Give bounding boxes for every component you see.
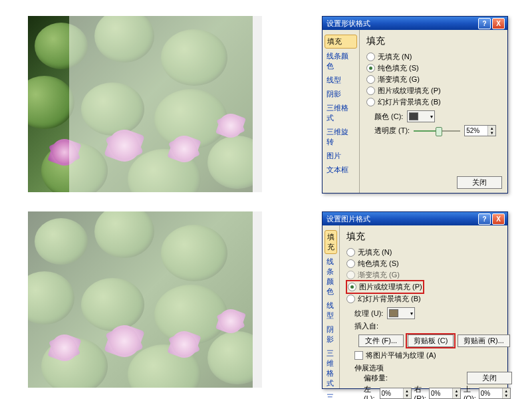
chevron-down-icon: ▾ <box>410 311 413 317</box>
sidebar-item-shadow[interactable]: 阴影 <box>323 87 359 101</box>
sidebar-item-3dformat[interactable]: 三维格式 <box>323 101 359 125</box>
offset-left[interactable]: ▲▼ <box>380 388 412 399</box>
offset-top[interactable]: ▲▼ <box>479 388 511 399</box>
color-picker[interactable]: ▾ <box>407 110 435 122</box>
sidebar-item-3drotation[interactable]: 三维旋转 <box>323 390 339 399</box>
dialog-title: 设置形状格式 <box>325 19 477 29</box>
sidebar-item-textbox[interactable]: 文本框 <box>323 163 359 177</box>
texture-swatch-icon <box>389 309 398 317</box>
radio-no-fill[interactable] <box>346 248 355 257</box>
fill-panel: 填充 无填充 (N) 纯色填充 (S) 渐变填充 (G) 图片或纹理填充 (P)… <box>340 225 517 388</box>
sidebar-item-3dformat[interactable]: 三维格式 <box>323 346 339 390</box>
radio-slidebg-fill[interactable] <box>366 98 375 106</box>
dialog-title: 设置图片格式 <box>325 214 477 224</box>
close-button[interactable]: 关闭 <box>467 372 512 384</box>
color-swatch-icon <box>409 112 418 120</box>
dialog-sidebar: 填充 线条颜色 线型 阴影 三维格式 三维旋转 图片 文本框 <box>323 225 340 388</box>
color-label: 颜色 (C): <box>374 112 403 122</box>
file-button[interactable]: 文件 (F)... <box>358 334 404 347</box>
dialog-sidebar: 填充 线条颜色 线型 阴影 三维格式 三维旋转 图片 文本框 <box>323 30 360 193</box>
transparency-label: 透明度 (T): <box>374 126 410 136</box>
semi-transparent-overlay-full <box>28 211 253 388</box>
close-button[interactable]: 关闭 <box>457 176 502 189</box>
clipboard-button[interactable]: 剪贴板 (C) <box>408 334 454 347</box>
sidebar-item-fill[interactable]: 填充 <box>325 35 357 49</box>
radio-picture-fill[interactable] <box>366 86 375 95</box>
slide-preview-2 <box>28 211 262 388</box>
spin-down-icon[interactable]: ▼ <box>487 131 495 136</box>
transparency-spinner[interactable]: ▲▼ <box>464 125 496 136</box>
texture-picker[interactable]: ▾ <box>387 307 415 319</box>
radio-solid-fill[interactable] <box>366 64 375 72</box>
radio-gradient-fill[interactable] <box>366 75 375 84</box>
help-button[interactable]: ? <box>478 213 491 225</box>
transparency-input[interactable] <box>465 126 487 136</box>
semi-transparent-overlay <box>69 16 253 192</box>
radio-picture-fill[interactable] <box>348 283 356 291</box>
sidebar-item-linestyle[interactable]: 线型 <box>323 73 359 87</box>
sidebar-item-fill[interactable]: 填充 <box>325 230 337 254</box>
format-picture-dialog: 设置图片格式 ? X 填充 线条颜色 线型 阴影 三维格式 三维旋转 图片 文本… <box>322 211 508 389</box>
fill-panel: 填充 无填充 (N) 纯色填充 (S) 渐变填充 (G) 图片或纹理填充 (P)… <box>360 30 507 193</box>
panel-heading: 填充 <box>346 231 511 243</box>
sidebar-item-linecolor[interactable]: 线条颜色 <box>323 255 339 299</box>
radio-slidebg-fill[interactable] <box>346 295 355 303</box>
slide-preview-1 <box>28 16 262 192</box>
close-icon[interactable]: X <box>492 18 505 29</box>
tile-checkbox[interactable] <box>354 351 363 360</box>
transparency-slider[interactable] <box>414 126 460 136</box>
clipart-button[interactable]: 剪贴画 (R)... <box>458 334 510 347</box>
spin-up-icon[interactable]: ▲ <box>487 126 495 131</box>
radio-solid-fill[interactable] <box>346 259 355 268</box>
sidebar-item-linestyle[interactable]: 线型 <box>323 299 339 323</box>
close-icon[interactable]: X <box>492 213 505 225</box>
sidebar-item-3drotation[interactable]: 三维旋转 <box>323 125 359 149</box>
panel-heading: 填充 <box>366 35 501 47</box>
offset-right[interactable]: ▲▼ <box>429 388 461 399</box>
texture-label: 纹理 (U): <box>354 309 383 319</box>
sidebar-item-linecolor[interactable]: 线条颜色 <box>323 49 359 73</box>
radio-no-fill[interactable] <box>366 53 375 61</box>
insert-from-label: 插入自: <box>346 321 511 331</box>
sidebar-item-picture[interactable]: 图片 <box>323 149 359 163</box>
format-shape-dialog: 设置形状格式 ? X 填充 线条颜色 线型 阴影 三维格式 三维旋转 图片 文本… <box>322 16 508 194</box>
sidebar-item-shadow[interactable]: 阴影 <box>323 323 339 346</box>
dialog-titlebar[interactable]: 设置图片格式 ? X <box>323 212 507 225</box>
radio-gradient-fill[interactable] <box>346 271 355 279</box>
chevron-down-icon: ▾ <box>430 114 433 120</box>
help-button[interactable]: ? <box>478 18 491 29</box>
dialog-titlebar[interactable]: 设置形状格式 ? X <box>323 17 507 30</box>
